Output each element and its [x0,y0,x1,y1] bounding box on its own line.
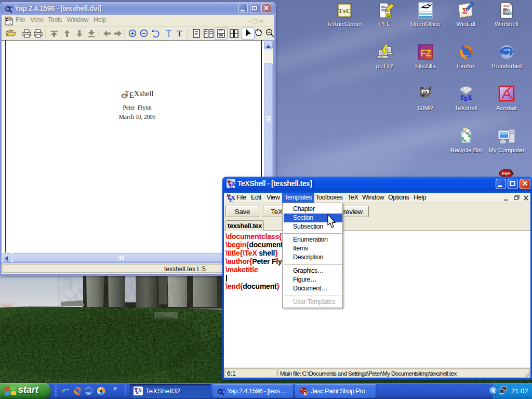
svg-text:X: X [231,180,236,188]
svg-text:8: 8 [304,391,307,396]
svg-text:T: T [177,29,182,38]
svg-text:TxC: TxC [338,7,351,15]
svg-text:TEX: TEX [460,94,472,102]
svg-text:Σ: Σ [462,7,467,15]
svg-text:Win: Win [503,8,510,11]
svg-text:DVI: DVI [6,18,12,21]
svg-text:32: 32 [387,14,391,18]
svg-text:Shell: Shell [503,12,512,16]
svg-text:FZ: FZ [420,48,431,58]
svg-text:PSP: PSP [502,171,511,176]
svg-text:X: X [231,194,236,202]
svg-text:X: X [138,387,143,393]
svg-text:TeX: TeX [503,4,509,8]
